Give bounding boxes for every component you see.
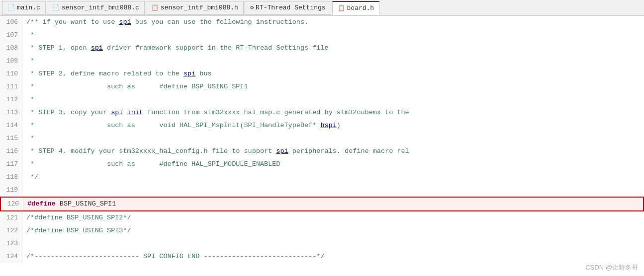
line-content: * <box>26 93 34 106</box>
line-number: 117 <box>0 158 22 171</box>
tab-board-h[interactable]: 📋board.h <box>332 1 380 15</box>
code-line: 107 * <box>0 29 644 42</box>
line-number: 109 <box>0 55 22 68</box>
line-content: * such as void HAL_SPI_MspInit(SPI_Handl… <box>26 119 341 132</box>
line-content: /** if you want to use spi bus you can u… <box>26 16 308 29</box>
code-line: 120#define BSP_USING_SPI1 <box>0 197 644 211</box>
line-content: * STEP 3, copy your spi init function fr… <box>26 106 409 119</box>
tab-main-c[interactable]: 📄main.c <box>2 1 46 15</box>
code-line: 122/*#define BSP_USING_SPI3*/ <box>0 224 644 237</box>
line-number: 114 <box>0 119 22 132</box>
code-line: 115 * <box>0 132 644 145</box>
line-content: * <box>26 132 34 145</box>
line-number: 123 <box>0 237 22 250</box>
code-line: 113 * STEP 3, copy your spi init functio… <box>0 106 644 119</box>
code-line: 119 <box>0 184 644 197</box>
line-number: 119 <box>0 184 22 197</box>
line-number: 112 <box>0 93 22 106</box>
tab-label: RT-Thread Settings <box>256 4 325 11</box>
tab-rt-thread-settings[interactable]: ⚙RT-Thread Settings <box>245 1 331 15</box>
line-number: 110 <box>0 68 22 80</box>
line-content: */ <box>26 171 38 184</box>
line-number: 118 <box>0 171 22 184</box>
tab-sensor-intf-bmi088-c[interactable]: 📄sensor_intf_bmi088.c <box>47 1 145 15</box>
code-line: 108 * STEP 1, open spi driver framework … <box>0 42 644 55</box>
line-content: /*#define BSP_USING_SPI2*/ <box>26 211 131 224</box>
h-file-icon: 📋 <box>338 4 345 12</box>
tab-sensor-intf-bmi088-h[interactable]: 📋sensor_intf_bmi088.h <box>146 1 244 15</box>
code-line: 117 * such as #define HAL_SPI_MODULE_ENA… <box>0 158 644 171</box>
line-number: 106 <box>0 16 22 29</box>
line-number: 120 <box>1 198 23 210</box>
code-line: 111 * such as #define BSP_USING_SPI1 <box>0 80 644 93</box>
tab-label: board.h <box>347 4 374 12</box>
line-content: /*#define BSP_USING_SPI3*/ <box>26 224 131 237</box>
line-content: * <box>26 29 34 42</box>
h-file-icon: 📋 <box>151 4 159 11</box>
line-content: * STEP 2, define macro related to the sp… <box>26 68 212 80</box>
tab-label: sensor_intf_bmi088.c <box>62 4 139 11</box>
c-file-icon: 📄 <box>7 4 15 11</box>
c-file-icon: 📄 <box>52 4 60 11</box>
code-line: 118 */ <box>0 171 644 184</box>
tab-bar: 📄main.c📄sensor_intf_bmi088.c📋sensor_intf… <box>0 0 644 16</box>
line-number: 115 <box>0 132 22 145</box>
code-line: 110 * STEP 2, define macro related to th… <box>0 68 644 80</box>
line-number: 107 <box>0 29 22 42</box>
line-content: /*-------------------------- SPI CONFIG … <box>26 250 325 263</box>
code-area: 106/** if you want to use spi bus you ca… <box>0 16 644 276</box>
code-line: 124/*-------------------------- SPI CONF… <box>0 250 644 263</box>
line-number: 116 <box>0 145 22 158</box>
line-content: * <box>26 55 34 68</box>
code-line: 109 * <box>0 55 644 68</box>
line-content: * STEP 1, open spi driver framework supp… <box>26 42 329 55</box>
code-line: 106/** if you want to use spi bus you ca… <box>0 16 644 29</box>
code-line: 112 * <box>0 93 644 106</box>
code-line: 121/*#define BSP_USING_SPI2*/ <box>0 211 644 224</box>
tab-label: sensor_intf_bmi088.h <box>161 4 238 11</box>
line-number: 122 <box>0 224 22 237</box>
line-number: 124 <box>0 250 22 263</box>
code-line: 114 * such as void HAL_SPI_MspInit(SPI_H… <box>0 119 644 132</box>
line-number: 113 <box>0 106 22 119</box>
line-number: 121 <box>0 211 22 224</box>
watermark: CSDN @比特冬哥 <box>585 263 638 272</box>
tab-label: main.c <box>17 4 40 11</box>
settings-file-icon: ⚙ <box>250 4 254 11</box>
line-content: #define BSP_USING_SPI1 <box>27 198 116 210</box>
code-line: 123 <box>0 237 644 250</box>
line-content: * such as #define HAL_SPI_MODULE_ENABLED <box>26 158 280 171</box>
line-number: 111 <box>0 80 22 93</box>
code-line: 116 * STEP 4, modify your stm32xxxx_hal_… <box>0 145 644 158</box>
line-content: * STEP 4, modify your stm32xxxx_hal_conf… <box>26 145 409 158</box>
line-number: 108 <box>0 42 22 55</box>
line-content: * such as #define BSP_USING_SPI1 <box>26 80 248 93</box>
